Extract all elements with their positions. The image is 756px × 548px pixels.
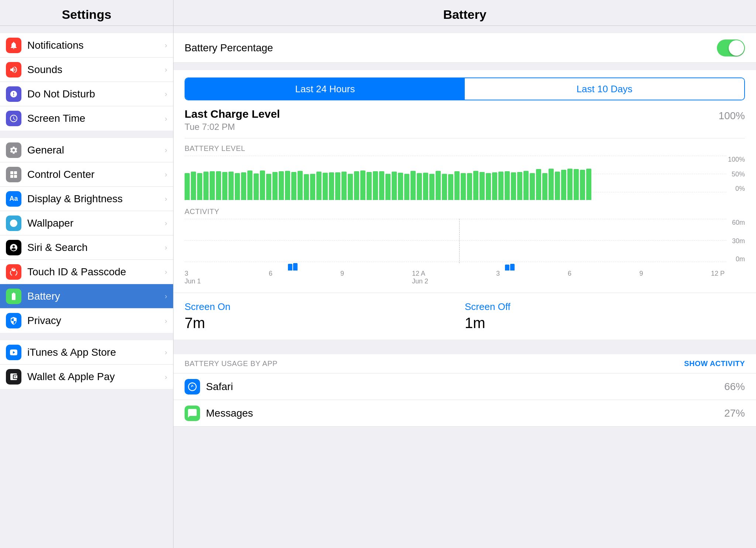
battery-level-chart: 100% 50% 0% [185,156,745,204]
battery-icon [6,289,21,304]
sidebar-item-label-wallpaper: Wallpaper [27,217,73,229]
battery-y-mid: 50% [732,170,745,178]
chevron-privacy: › [165,317,167,325]
svg-rect-1 [14,171,17,174]
sidebar-section-divider-2 [0,131,173,138]
battery-bar [385,174,391,200]
x-label-12a: 12 A Jun 2 [412,270,428,285]
sidebar-item-privacy[interactable]: Privacy › [0,309,173,333]
sidebar-item-sounds[interactable]: Sounds › [0,58,173,82]
sidebar-item-label-donotdisturb: Do Not Disturb [27,88,95,100]
sidebar-item-label-controlcenter: Control Center [27,169,94,180]
x-label-6b: 6 [568,270,571,285]
last-charge-value: 100% [718,110,745,122]
chevron-wallpaper: › [165,219,167,227]
show-activity-btn[interactable]: SHOW ACTIVITY [684,359,745,368]
seg-btn-10d[interactable]: Last 10 Days [465,78,744,100]
segmented-section: Last 24 Hours Last 10 Days Last Charge L… [173,70,756,293]
app-pct-messages: 27% [724,407,745,419]
battery-bar [523,171,529,200]
app-row-messages[interactable]: Messages 27% [173,400,756,427]
sidebar-item-siri[interactable]: Siri & Search › [0,235,173,260]
toggle-thumb [729,40,744,56]
chevron-sounds: › [165,65,167,74]
section-divider-1 [173,63,756,70]
activity-bars [185,226,725,270]
usage-header-label: BATTERY USAGE BY APP [185,359,278,368]
sidebar-section-divider-3 [0,333,173,340]
x-label-3b: 3 [496,270,500,285]
chevron-donotdisturb: › [165,90,167,98]
screen-on-value: 7m [185,315,465,331]
screen-off-value: 1m [465,315,745,331]
activity-chart: 60m 30m 0m 3 [185,219,745,285]
appstore-icon [6,345,21,360]
sidebar-item-display[interactable]: Aa Display & Brightness › [0,187,173,211]
sidebar-item-notifications[interactable]: Notifications › [0,33,173,58]
battery-bar [228,172,234,200]
activity-section: ACTIVITY 60m 30m 0m [185,207,745,285]
battery-bar [473,171,478,200]
battery-bar [335,172,340,200]
sidebar-item-appstore[interactable]: iTunes & App Store › [0,340,173,365]
battery-bar [304,174,309,200]
xl-3-main: 3 [185,270,201,278]
battery-bar [467,173,472,200]
sidebar-item-screentime[interactable]: Screen Time › [0,106,173,131]
sidebar-item-general[interactable]: General › [0,138,173,162]
battery-bar [567,169,573,200]
battery-bar [216,171,221,200]
battery-bar [574,169,579,200]
sidebar-item-wallpaper[interactable]: Wallpaper › [0,211,173,235]
battery-percentage-toggle[interactable] [717,39,745,56]
xl-3b: 3 [496,270,500,278]
sidebar-item-battery[interactable]: Battery › [0,284,173,309]
battery-bar [379,171,384,200]
usage-header: BATTERY USAGE BY APP SHOW ACTIVITY [173,354,756,373]
battery-bar [398,173,403,200]
battery-bar [423,173,428,200]
chevron-screentime: › [165,114,167,123]
app-row-safari[interactable]: Safari 66% [173,373,756,400]
segmented-control[interactable]: Last 24 Hours Last 10 Days [185,77,745,100]
svg-rect-0 [10,171,13,174]
battery-bar [417,173,422,200]
x-label-9: 9 [340,270,344,285]
battery-bar [373,171,378,200]
sidebar-item-wallet[interactable]: Wallet & Apple Pay › [0,365,173,389]
battery-bar [341,172,347,200]
chevron-battery: › [165,292,167,300]
notifications-icon [6,38,21,53]
general-icon [6,142,21,158]
battery-bar [580,170,585,200]
battery-y-top: 100% [728,156,745,163]
battery-bar [279,171,284,200]
battery-bar [486,173,491,200]
screen-off-stat: Screen Off 1m [465,301,745,331]
vertical-divider [459,219,460,263]
battery-bar [266,174,271,200]
sidebar-item-label-battery: Battery [27,290,60,302]
main-panel: Battery Battery Percentage Last 24 Hours… [173,0,756,548]
battery-bar [203,172,209,200]
app-pct-safari: 66% [724,381,745,393]
svg-rect-3 [14,175,17,178]
battery-bar [549,169,554,200]
battery-bar [272,172,278,200]
last-charge-title: Last Charge Level [185,108,745,120]
x-label-12p: 12 P [711,270,725,285]
sidebar-item-touchid[interactable]: Touch ID & Passcode › [0,260,173,284]
chevron-display: › [165,194,167,203]
battery-bar [542,173,547,200]
sidebar-item-donotdisturb[interactable]: Do Not Disturb › [0,82,173,106]
seg-btn-24h[interactable]: Last 24 Hours [185,78,465,100]
battery-bar [517,172,522,200]
sounds-icon [6,62,21,77]
battery-bar [241,172,246,200]
sidebar-list-1: Notifications › Sounds › Do Not Disturb … [0,33,173,131]
battery-bar [285,171,290,200]
activity-label: ACTIVITY [185,207,745,216]
sidebar-item-controlcenter[interactable]: Control Center › [0,162,173,187]
screen-on-stat: Screen On 7m [185,301,465,331]
chevron-notifications: › [165,41,167,49]
